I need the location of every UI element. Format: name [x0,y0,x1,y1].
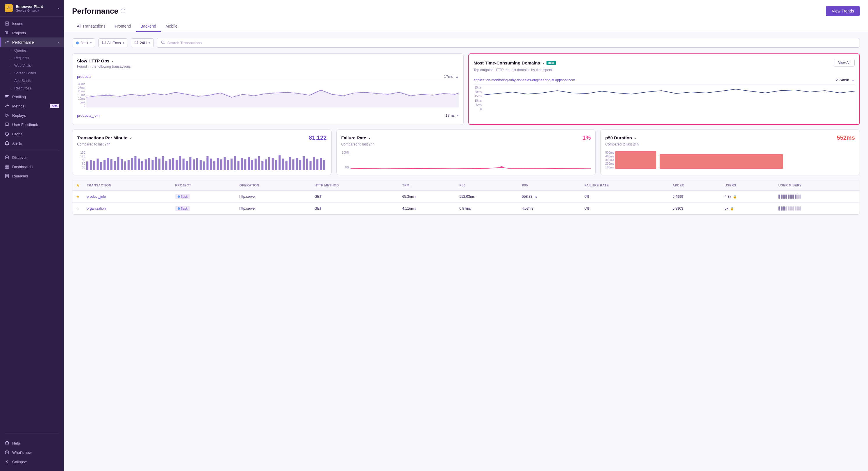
sidebar-item-dashboards[interactable]: Dashboards [0,162,64,171]
info-icon[interactable]: ⓘ [121,8,125,14]
tx-products-value-row: 17ms ▲ [444,74,459,79]
svg-rect-26 [102,41,105,44]
svg-rect-82 [258,156,260,170]
th-project[interactable]: PROJECT [172,180,236,191]
svg-rect-64 [196,158,198,170]
env-filter-chevron-icon: ▾ [123,41,124,44]
svg-rect-43 [124,162,126,170]
sidebar-item-help[interactable]: ? Help [0,438,64,448]
time-consuming-title[interactable]: Most Time-Consuming Domains ▾ [473,60,544,65]
time-consuming-chevron-icon: ▾ [542,62,544,65]
th-users[interactable]: USERS [721,180,775,191]
page-header-top: Performance ⓘ View Trends [72,6,860,16]
sidebar-item-collapse[interactable]: Collapse [0,457,64,466]
p50-title[interactable]: p50 Duration ▾ [605,135,636,140]
project-filter-button[interactable]: flask ▾ [72,38,95,47]
flask-dot [76,41,79,44]
svg-rect-89 [282,159,284,170]
domain-y-axis: 25ms 20ms 15ms 10ms 5ms 0 [473,85,482,112]
tx-products-toggle-icon[interactable]: ▲ [456,75,459,78]
star-empty-icon[interactable]: ☆ [76,206,80,211]
sidebar-item-projects[interactable]: Projects [0,28,64,37]
sidebar-item-alerts[interactable]: Alerts [0,138,64,148]
transaction-link-2[interactable]: organization [87,206,105,210]
sidebar-sub-item-resources[interactable]: Resources [0,85,64,92]
p50-chevron-icon: ▾ [634,136,636,140]
project-tag-1: flask [175,194,190,199]
failure-rate-title[interactable]: Failure Rate ▾ [341,135,370,140]
domain-link[interactable]: application-monitoring-ruby-dot-sales-en… [473,78,575,82]
tpm-title[interactable]: Transactions Per Minute ▾ [77,135,132,140]
transactions-table: ★ TRANSACTION PROJECT OPERATION HTTP MET… [72,180,860,214]
main-content: Performance ⓘ View Trends All Transactio… [64,0,868,471]
feedback-icon [5,122,9,127]
th-tpm[interactable]: TPM ↓ [399,180,456,191]
domain-ms: 2.74min [836,78,849,82]
th-operation[interactable]: OPERATION [236,180,311,191]
time-filter-button[interactable]: 24H ▾ [131,38,154,47]
slow-http-title[interactable]: Slow HTTP Ops ▾ [77,58,114,63]
sidebar-item-performance[interactable]: Performance ▾ [0,37,64,47]
sidebar-sub-item-requests[interactable]: Requests [0,54,64,62]
time-consuming-card: Most Time-Consuming Domains ▾ new View A… [468,54,860,125]
domain-value-row: 2.74min ▲ [836,78,855,82]
sidebar-sub-item-web-vitals[interactable]: Web Vitals [0,62,64,69]
time-consuming-title-row: Most Time-Consuming Domains ▾ new [473,60,556,65]
tx-link-products[interactable]: products [77,74,92,79]
sidebar-item-replays[interactable]: Replays [0,111,64,120]
tx-products-join-toggle-icon[interactable]: ▾ [457,113,459,117]
sidebar-item-metrics[interactable]: Metrics beta [0,101,64,111]
sidebar-header[interactable]: Empower Plant George Gritsouk ▾ [0,0,64,16]
transaction-link-1[interactable]: product_info [87,195,106,199]
th-apdex[interactable]: APDEX [669,180,721,191]
failure-rate-card: Failure Rate ▾ 1% Compared to last 24h 1… [336,130,596,175]
sidebar-sub-item-app-starts[interactable]: App Starts [0,77,64,85]
misery-bar [788,206,789,210]
time-consuming-subtitle: Top outgoing HTTP request domains by tim… [473,68,855,72]
misery-bar [790,195,792,199]
tab-mobile[interactable]: Mobile [161,21,182,32]
sidebar-item-releases[interactable]: Releases [0,171,64,180]
replays-icon [5,113,9,117]
performance-collapse-icon[interactable]: ▾ [58,41,59,44]
misery-bar [793,206,794,210]
th-http-method[interactable]: HTTP METHOD [311,180,399,191]
env-filter-button[interactable]: All Envs ▾ [98,38,128,47]
sidebar-item-profiling[interactable]: Profiling [0,92,64,101]
svg-rect-5 [7,31,9,34]
svg-rect-86 [272,158,274,170]
td-failure-rate-1: 0% [581,191,669,203]
sidebar-item-crons[interactable]: Crons [0,129,64,138]
tab-all-transactions[interactable]: All Transactions [72,21,110,32]
projects-icon [5,31,9,35]
tx-link-products-join[interactable]: products_join [77,113,99,117]
th-p95[interactable]: P95 [518,180,581,191]
tpm-sort-icon[interactable]: ↓ [410,184,412,187]
domain-toggle-icon[interactable]: ▲ [851,78,855,82]
view-trends-button[interactable]: View Trends [826,6,860,16]
th-p50[interactable]: P50 [456,180,518,191]
sidebar-sub-item-screen-loads[interactable]: Screen Loads [0,69,64,77]
sidebar-item-user-feedback[interactable]: User Feedback [0,120,64,129]
tpm-value: 81.122 [309,134,327,141]
tab-backend[interactable]: Backend [136,21,161,32]
sidebar-item-whats-new[interactable]: What's new [0,448,64,457]
sidebar-item-discover[interactable]: Discover [0,153,64,162]
svg-rect-18 [7,167,9,168]
star-filled-icon[interactable]: ★ [76,194,80,199]
org-dropdown-icon[interactable]: ▾ [58,7,59,10]
sidebar-sub-item-queries[interactable]: Queries [0,47,64,54]
tab-frontend[interactable]: Frontend [110,21,136,32]
bottom-divider [5,434,59,434]
search-box[interactable]: Search Transactions [157,38,860,47]
svg-marker-9 [6,114,8,117]
performance-icon [5,40,9,44]
th-failure-rate[interactable]: FAILURE RATE [581,180,669,191]
th-transaction[interactable]: TRANSACTION [83,180,172,191]
th-user-misery[interactable]: USER MISERY [775,180,860,191]
view-all-button[interactable]: View All [834,59,855,67]
sidebar-item-issues[interactable]: Issues [0,19,64,28]
table-body: ★ product_info flask http.server G [72,191,860,214]
releases-label: Releases [12,174,59,178]
svg-rect-41 [117,157,119,170]
